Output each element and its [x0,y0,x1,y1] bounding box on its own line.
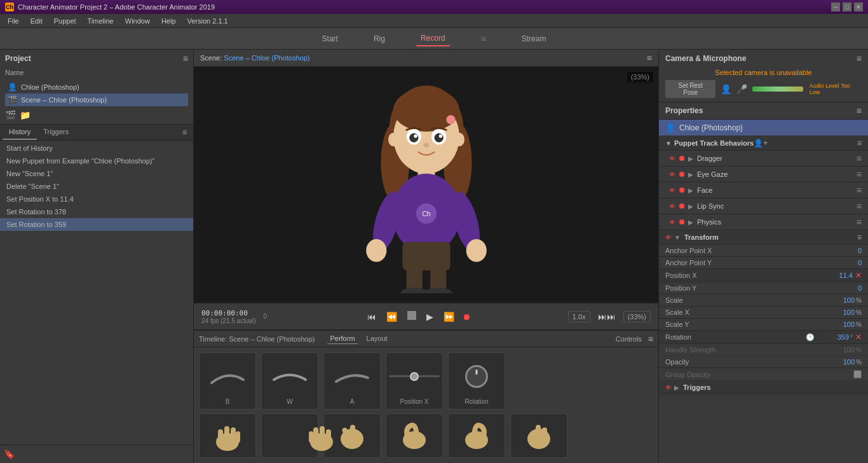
transform-tri[interactable]: ▼ [674,234,681,241]
puppet-item[interactable]: 👤 Chloe (Photoshop) [659,120,868,136]
microphone-icon[interactable]: 🎤 [736,84,747,94]
history-item-0[interactable]: Start of History [0,142,193,155]
project-item-chloe[interactable]: 👤 Chloe (Photoshop) [5,81,188,93]
menu-puppet[interactable]: Puppet [49,16,81,26]
history-item-5[interactable]: Set Rotation to 378 [0,205,193,218]
pb-speed[interactable]: 1.0x [568,311,590,322]
triggers-eye[interactable]: 👁 [665,384,672,391]
beh-menu-lipsync[interactable]: ≡ [857,201,862,211]
pb-play[interactable]: ▶ [424,310,436,323]
beh-dot-lipsync[interactable] [679,204,684,209]
ptb-menu[interactable]: ≡ [857,139,862,148]
menu-edit[interactable]: Edit [25,16,48,26]
beh-dot-eyegaze[interactable] [679,172,684,177]
tab-triggers[interactable]: Triggers [37,125,75,140]
pb-back[interactable]: ⏪ [384,310,400,323]
control-eyebrow-a[interactable]: A [323,352,381,410]
tab-layout[interactable]: Layout [364,333,390,344]
beh-eye-face[interactable]: 👁 [669,187,675,194]
properties-menu-icon[interactable]: ≡ [857,106,862,116]
project-item-scene[interactable]: 🎬 Scene – Chloe (Photoshop) [5,93,188,106]
control-hand-2[interactable] [261,413,318,458]
history-item-4[interactable]: Set Position X to 11.4 [0,193,193,205]
anchor-y-value[interactable]: 0 [830,259,862,266]
pb-forward[interactable]: ⏩ [441,310,457,323]
beh-eye-eyegaze[interactable]: 👁 [669,171,675,178]
toolbar-menu-icon[interactable]: ≡ [476,31,491,46]
camera-icon[interactable]: 👤 [721,84,731,94]
maximize-button[interactable]: □ [843,3,851,11]
menu-window[interactable]: Window [120,16,155,26]
transform-eye[interactable]: 👁 [665,234,672,241]
history-item-1[interactable]: New Puppet from Example "Chloe (Photosho… [0,155,193,167]
control-hand-1[interactable] [199,413,256,458]
ptb-add[interactable]: 👤+ [754,139,768,148]
menu-help[interactable]: Help [156,16,181,26]
pb-to-start[interactable]: ⏮ [365,310,379,323]
scale-x-value[interactable]: 100 [823,308,855,316]
beh-menu-face[interactable]: ≡ [857,185,862,195]
tab-history[interactable]: History [3,125,37,140]
pb-stop[interactable] [405,310,419,323]
beh-menu-physics[interactable]: ≡ [857,217,862,227]
beh-menu-eyegaze[interactable]: ≡ [857,169,862,179]
minimize-button[interactable]: ─ [831,3,840,11]
history-item-6[interactable]: Set Rotation to 359 [0,218,193,231]
project-menu-icon[interactable]: ≡ [183,53,188,64]
control-rotation[interactable]: Rotation [448,352,505,410]
beh-tri-dragger[interactable]: ▶ [688,155,693,162]
ptb-triangle[interactable]: ▼ [665,140,672,147]
control-hand-3[interactable] [323,413,381,458]
controls-menu-icon[interactable]: ≡ [648,334,653,344]
rotation-value[interactable]: 359 [817,333,849,341]
position-y-value[interactable]: 0 [830,284,862,292]
beh-tri-lipsync[interactable]: ▶ [688,203,693,210]
beh-eye-lipsync[interactable]: 👁 [669,203,675,210]
rotation-clock[interactable]: 🕐 [806,333,815,342]
position-x-close[interactable]: ✕ [855,271,862,280]
beh-eye-dragger[interactable]: 👁 [669,155,675,162]
pb-ff[interactable]: ⏭⏭ [595,310,618,323]
toolbar-stream[interactable]: Stream [517,32,552,46]
beh-dot-physics[interactable] [679,219,684,225]
control-hand-4[interactable] [386,413,443,458]
scale-y-value[interactable]: 100 [823,321,855,328]
history-item-3[interactable]: Delete "Scene 1" [0,180,193,193]
triggers-tri[interactable]: ▶ [674,384,679,391]
menu-timeline[interactable]: Timeline [83,16,119,26]
history-item-2[interactable]: New "Scene 1" [0,167,193,180]
toolbar-record[interactable]: Record [416,31,451,46]
viewport-zoom-control[interactable]: (33%) [623,311,651,322]
control-hand-5[interactable] [448,413,505,458]
beh-dot-dragger[interactable] [679,156,684,161]
toolbar-rig[interactable]: Rig [369,32,390,46]
transform-menu[interactable]: ≡ [857,233,862,242]
project-folder-icon[interactable]: 📁 [20,110,31,120]
opacity-value[interactable]: 100 [823,358,855,366]
beh-tri-physics[interactable]: ▶ [688,219,693,226]
scale-value[interactable]: 100 [823,296,855,304]
control-hand-6[interactable] [510,413,567,458]
project-new-icon[interactable]: 🎬 [5,110,16,120]
menu-file[interactable]: File [3,16,24,26]
set-rest-pose-button[interactable]: Set Rest Pose [665,80,715,98]
control-position-x[interactable]: Position X [386,352,443,410]
scene-menu-icon[interactable]: ≡ [647,53,652,63]
beh-menu-dragger[interactable]: ≡ [857,153,862,163]
tab-perform[interactable]: Perform [327,333,357,344]
beh-tri-eyegaze[interactable]: ▶ [688,171,693,178]
control-eyebrow-b[interactable]: B [199,352,256,410]
anchor-x-value[interactable]: 0 [830,247,862,254]
group-opacity-checkbox[interactable] [853,370,862,378]
beh-eye-physics[interactable]: 👁 [669,219,675,226]
beh-tri-face[interactable]: ▶ [688,187,693,194]
toolbar-start[interactable]: Start [317,32,343,46]
beh-dot-face[interactable] [679,188,684,193]
rotation-close[interactable]: ✕ [855,333,862,342]
control-eyebrow-w[interactable]: W [261,352,318,410]
position-x-value[interactable]: 11.4 [821,272,853,279]
bookmark-icon[interactable]: 🔖 [4,449,15,459]
pb-record[interactable]: ⏺ [462,312,471,322]
history-tab-menu[interactable]: ≡ [179,125,191,140]
camera-menu-icon[interactable]: ≡ [857,53,862,64]
